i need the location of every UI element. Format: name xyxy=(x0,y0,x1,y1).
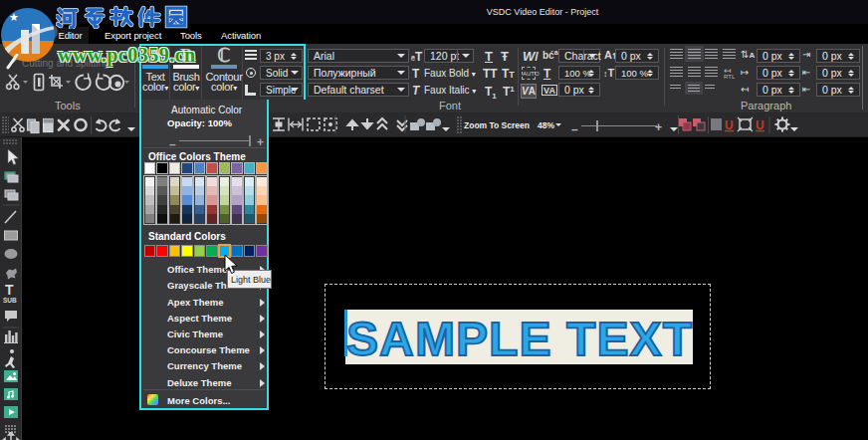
svg-text:T: T xyxy=(5,282,14,298)
svg-text:SUB: SUB xyxy=(3,297,17,304)
